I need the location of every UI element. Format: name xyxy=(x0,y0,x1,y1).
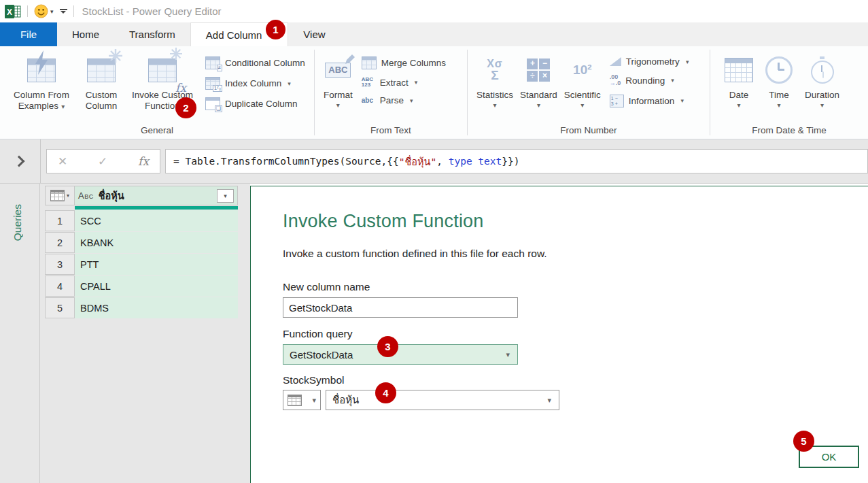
table-row: 5 BDMS xyxy=(45,297,238,318)
tab-file[interactable]: File xyxy=(0,22,57,46)
conditional-column-icon: ≠ xyxy=(205,56,220,69)
text-type-icon: ABC xyxy=(78,190,94,201)
table-cell[interactable]: SCC xyxy=(75,210,238,231)
group-label-from-number: From Number xyxy=(468,124,710,139)
fx-icon: fx xyxy=(175,82,186,95)
format-icon: ABC xyxy=(325,50,351,90)
ribbon: Column From Examples Custom Column xyxy=(0,46,868,139)
table-select-all-button[interactable]: ▾ xyxy=(45,186,75,205)
standard-button[interactable]: +−÷× Standard ▾ xyxy=(517,50,561,110)
dialog-title: Invoke Custom Function xyxy=(283,211,484,232)
row-number[interactable]: 1 xyxy=(45,210,75,231)
column-header[interactable]: ABC ชื่อหุ้น xyxy=(75,186,238,205)
new-column-name-label: New column name xyxy=(283,281,370,293)
check-icon[interactable]: ✓ xyxy=(98,156,107,167)
step-badge-1: 1 xyxy=(266,20,285,39)
queries-pane-label: Queries xyxy=(12,204,24,241)
starburst-icon xyxy=(170,48,182,60)
duplicate-column-button[interactable]: ❏ Duplicate Column xyxy=(205,97,305,110)
stocksymbol-column-dropdown[interactable]: ชื่อหุ้น xyxy=(326,390,559,410)
format-button[interactable]: ABC Format ▾ xyxy=(320,50,356,110)
table-row: 4 CPALL xyxy=(45,276,238,297)
dropdown-caret-icon: ▾ xyxy=(580,102,584,109)
formula-bar: ✕ ✓ fx = Table.TransformColumnTypes(Sour… xyxy=(0,139,868,184)
preview-table: ▾ ABC ชื่อหุ้น 1 SCC 2 KBANK xyxy=(45,186,238,318)
starburst-icon xyxy=(109,49,122,63)
chevron-right-icon xyxy=(14,156,25,167)
statistics-button[interactable]: XσΣ Statistics ▾ xyxy=(473,50,517,110)
parse-icon: abc xyxy=(362,97,375,104)
duplicate-column-icon: ❏ xyxy=(205,97,220,110)
trigonometry-button[interactable]: Trigonometry ▾ xyxy=(610,56,689,67)
custom-column-button[interactable]: Custom Column xyxy=(77,50,125,112)
group-label-general: General xyxy=(0,124,314,139)
selected-column-bar xyxy=(75,206,238,210)
parse-button[interactable]: abc Parse ▾ xyxy=(362,95,446,105)
dropdown-caret-icon: ▾ xyxy=(493,102,496,109)
index-column-icon: 1²₃ xyxy=(205,77,220,90)
index-column-button[interactable]: 1²₃ Index Column ▾ xyxy=(205,77,305,90)
merge-columns-button[interactable]: Merge Columns xyxy=(362,56,446,69)
duration-button[interactable]: Duration ▾ xyxy=(801,50,843,110)
tab-home[interactable]: Home xyxy=(57,22,114,46)
column-filter-button[interactable] xyxy=(217,189,234,203)
power-query-editor-window: X ▾ StockList - Power Query Editor File … xyxy=(0,0,868,483)
table-row: 3 PTT xyxy=(45,254,238,275)
lightning-icon xyxy=(34,50,49,75)
smiley-feedback-button[interactable]: ▾ xyxy=(34,4,54,18)
trigonometry-icon xyxy=(610,57,621,66)
table-cell[interactable]: KBANK xyxy=(75,232,238,253)
window-title: StockList - Power Query Editor xyxy=(82,5,222,17)
fx-icon[interactable]: fx xyxy=(138,156,149,167)
formula-buttons: ✕ ✓ fx xyxy=(46,149,160,173)
new-column-name-input[interactable] xyxy=(283,297,518,318)
step-badge-5: 5 xyxy=(793,431,814,452)
cancel-icon[interactable]: ✕ xyxy=(58,156,67,167)
merge-columns-icon xyxy=(362,56,377,69)
tab-transform[interactable]: Transform xyxy=(114,22,190,46)
row-number[interactable]: 3 xyxy=(45,254,75,275)
table-cell[interactable]: CPALL xyxy=(75,276,238,297)
dropdown-caret-icon: ▾ xyxy=(415,79,418,86)
dropdown-caret-icon: ▾ xyxy=(288,80,291,87)
pencil-icon xyxy=(344,54,355,65)
function-query-dropdown[interactable]: GetStockData xyxy=(283,344,518,365)
extract-button[interactable]: ABC123 Extract ▾ xyxy=(362,77,446,88)
table-cell[interactable]: PTT xyxy=(75,254,238,275)
ribbon-group-general: Column From Examples Custom Column xyxy=(0,46,314,139)
ribbon-group-from-number: XσΣ Statistics ▾ +−÷× Standard ▾ 10² Sci… xyxy=(468,46,710,139)
excel-app-icon: X xyxy=(5,4,21,19)
time-button[interactable]: Time ▾ xyxy=(762,50,796,110)
formula-input[interactable]: = Table.TransformColumnTypes(Source,{{"ช… xyxy=(165,149,868,173)
smiley-dropdown-caret-icon: ▾ xyxy=(50,8,54,15)
customize-quick-access-toolbar-button[interactable] xyxy=(60,9,67,14)
group-label-from-datetime: From Date & Time xyxy=(710,124,868,139)
table-row: 2 KBANK xyxy=(45,232,238,253)
main-content: Queries ▾ ABC ชื่อหุ้น 1 xyxy=(0,184,868,483)
row-number[interactable]: 4 xyxy=(45,276,75,297)
dropdown-caret-icon: ▾ xyxy=(410,97,413,104)
information-button[interactable]: 1 −3 + Information ▾ xyxy=(610,95,689,107)
column-from-examples-button[interactable]: Column From Examples xyxy=(5,50,77,112)
tab-view[interactable]: View xyxy=(288,22,340,46)
stocksymbol-label: StockSymbol xyxy=(283,374,344,386)
dropdown-caret-icon: ▾ xyxy=(820,102,824,109)
expand-queries-pane-button[interactable] xyxy=(0,139,41,183)
table-cell[interactable]: BDMS xyxy=(75,297,238,318)
date-button[interactable]: Date ▾ xyxy=(721,50,757,110)
ribbon-tab-strip: File Home Transform Add Column View xyxy=(0,22,868,46)
step-badge-2: 2 xyxy=(175,97,196,118)
scientific-button[interactable]: 10² Scientific ▾ xyxy=(561,50,604,110)
dropdown-caret-icon: ▾ xyxy=(671,77,674,84)
conditional-column-button[interactable]: ≠ Conditional Column xyxy=(205,56,305,69)
rounding-button[interactable]: .00→.0 Rounding ▾ xyxy=(610,74,689,87)
queries-pane-collapsed[interactable]: Queries xyxy=(0,184,40,483)
ribbon-group-from-datetime: Date ▾ Time ▾ Duration ▾ From Date & Tim… xyxy=(710,46,868,139)
row-number[interactable]: 5 xyxy=(45,297,75,318)
column-or-value-selector[interactable] xyxy=(283,390,321,410)
step-badge-3: 3 xyxy=(377,336,398,357)
title-bar: X ▾ StockList - Power Query Editor xyxy=(0,0,868,22)
duration-icon xyxy=(811,50,834,90)
row-number[interactable]: 2 xyxy=(45,232,75,253)
dialog-subtitle: Invoke a custom function defined in this… xyxy=(283,248,547,260)
